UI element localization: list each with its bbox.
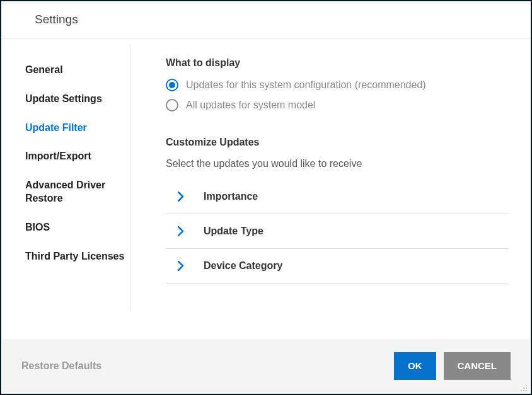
expand-label: Importance bbox=[204, 191, 258, 202]
chevron-right-icon bbox=[173, 226, 188, 236]
expand-row-device-category[interactable]: Device Category bbox=[166, 249, 508, 283]
what-to-display-heading: What to display bbox=[166, 57, 508, 69]
sidebar-item-import-export[interactable]: Import/Export bbox=[25, 150, 130, 163]
customize-updates-section: Customize Updates Select the updates you… bbox=[166, 137, 508, 283]
customize-updates-heading: Customize Updates bbox=[166, 137, 508, 148]
page-title: Settings bbox=[35, 13, 531, 26]
sidebar-item-bios[interactable]: BIOS bbox=[25, 221, 130, 234]
radio-option-recommended[interactable]: Updates for this system configuration (r… bbox=[166, 79, 508, 91]
footer-button-group: OK CANCEL bbox=[394, 352, 511, 380]
settings-header: Settings bbox=[1, 1, 531, 38]
svg-point-3 bbox=[521, 390, 522, 391]
sidebar-item-general[interactable]: General bbox=[25, 64, 130, 77]
radio-icon bbox=[166, 79, 178, 91]
sidebar-item-advanced-driver-restore[interactable]: Advanced Driver Restore bbox=[25, 179, 130, 205]
customize-updates-desc: Select the updates you would like to rec… bbox=[166, 158, 508, 169]
svg-point-5 bbox=[526, 390, 527, 391]
expand-label: Device Category bbox=[204, 260, 282, 272]
footer-bar: Restore Defaults OK CANCEL bbox=[3, 339, 529, 392]
chevron-right-icon bbox=[173, 192, 188, 202]
expand-label: Update Type bbox=[204, 226, 263, 237]
chevron-right-icon bbox=[173, 261, 188, 271]
svg-point-4 bbox=[523, 390, 524, 391]
radio-option-all-updates[interactable]: All updates for system model bbox=[166, 99, 508, 112]
radio-label: All updates for system model bbox=[186, 100, 315, 111]
sidebar-item-update-filter[interactable]: Update Filter bbox=[25, 122, 130, 135]
sidebar-item-update-settings[interactable]: Update Settings bbox=[25, 93, 130, 106]
radio-label: Updates for this system configuration (r… bbox=[186, 79, 426, 91]
expand-row-update-type[interactable]: Update Type bbox=[166, 214, 508, 249]
radio-icon bbox=[166, 99, 178, 112]
ok-button[interactable]: OK bbox=[394, 352, 436, 380]
restore-defaults-link[interactable]: Restore Defaults bbox=[21, 360, 101, 372]
expand-row-importance[interactable]: Importance bbox=[166, 180, 508, 214]
resize-grip-icon[interactable] bbox=[520, 383, 528, 391]
main-panel: What to display Updates for this system … bbox=[130, 38, 531, 328]
svg-point-1 bbox=[523, 387, 524, 389]
sidebar: General Update Settings Update Filter Im… bbox=[1, 45, 130, 309]
sidebar-item-third-party-licenses[interactable]: Third Party Licenses bbox=[25, 250, 130, 263]
svg-point-2 bbox=[526, 387, 527, 389]
cancel-button[interactable]: CANCEL bbox=[444, 352, 511, 380]
svg-point-0 bbox=[526, 385, 527, 386]
content-area: General Update Settings Update Filter Im… bbox=[1, 38, 531, 328]
